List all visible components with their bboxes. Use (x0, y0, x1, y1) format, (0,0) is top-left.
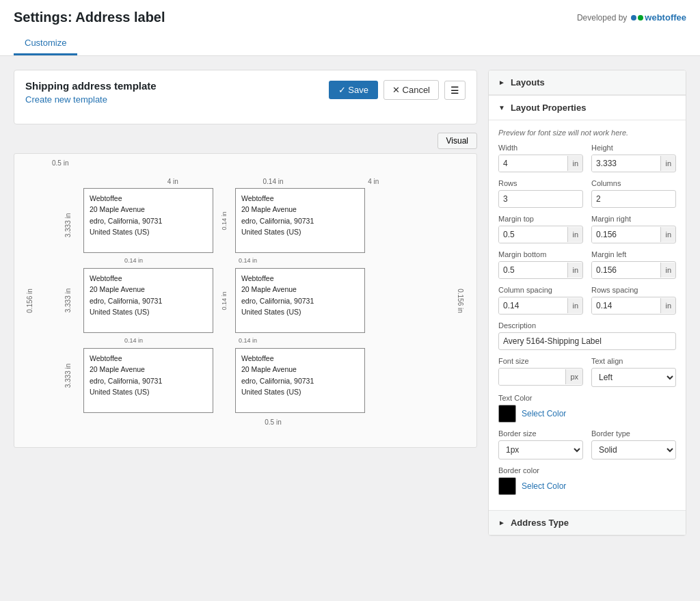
address-type-title: Address Type (511, 518, 569, 528)
width-field: Width in (498, 144, 583, 172)
text-color-container: Text Color Select Color (498, 394, 676, 423)
layout-props-title: Layout Properties (511, 103, 587, 113)
col-spacing-label: Column spacing (498, 286, 583, 294)
col-gap-1: 0.14 in (221, 211, 228, 230)
panel-card: ► Layouts ▼ Layout Properties Preview fo… (488, 70, 686, 536)
label-line2: 20 Maple Avenue (90, 204, 207, 215)
layouts-section: ► Layouts (489, 70, 686, 96)
row-gap-label-1: 0.14 in (124, 257, 143, 264)
height-unit: in (660, 156, 675, 171)
text-color-swatch[interactable] (498, 405, 516, 423)
border-type-select[interactable]: Solid Dashed Dotted None (591, 440, 676, 459)
developed-by-text: Developed by (577, 13, 627, 23)
border-size-field: Border size 1px 2px 3px (498, 429, 583, 459)
label-line1: Webtoffee (90, 193, 207, 204)
height-label-2: 3.333 in (65, 289, 72, 313)
font-size-input-wrap: px (498, 368, 583, 386)
tab-bar: Customize (14, 32, 686, 55)
margin-top-label: Margin top (498, 215, 583, 223)
margin-right-input[interactable] (592, 226, 660, 243)
address-type-header[interactable]: ► Address Type (489, 511, 686, 535)
meas-gap-top: 0.14 in (262, 178, 284, 185)
menu-button[interactable]: ☰ (444, 81, 466, 100)
col-spacing-input-wrap: in (498, 297, 583, 315)
margin-left-field: Margin left in (591, 250, 676, 279)
address-type-chevron: ► (498, 519, 505, 526)
margin-bottom-label: Margin bottom (498, 250, 583, 258)
rows-spacing-input[interactable] (592, 297, 660, 314)
border-color-swatch[interactable] (498, 477, 516, 495)
preview-note: Preview for font size will not work here… (498, 129, 676, 137)
width-label: Width (498, 144, 583, 152)
rows-input[interactable] (498, 190, 583, 208)
description-input[interactable] (498, 332, 676, 350)
label-line2: 20 Maple Avenue (241, 204, 359, 215)
label-line3: edro, California, 90731 (90, 215, 207, 226)
text-align-select[interactable]: Left Center Right (591, 368, 676, 387)
template-header: Shipping address template Create new tem… (25, 80, 157, 105)
row-gap-2: 0.14 in 0.14 in (83, 333, 463, 348)
layout-props-body: Preview for font size will not work here… (489, 120, 686, 510)
label-row-3: Webtoffee 20 Maple Avenue edro, Californ… (83, 348, 463, 413)
webtoffee-logo: webtoffee (631, 12, 686, 23)
grid-with-side-labels: 3.333 in 3.333 in 3.333 in Webtoffee 20 … (52, 188, 463, 413)
meas-left: 0.156 in (26, 289, 33, 313)
template-title: Shipping address template (25, 80, 157, 92)
margin-right-input-wrap: in (591, 226, 676, 243)
text-color-row: Select Color (498, 405, 676, 423)
margin-bottom-input[interactable] (499, 262, 567, 278)
preview-inner: 0.5 in 0.156 in 0.156 in 4 in 0.14 in 4 … (14, 154, 476, 447)
label-cell-3: Webtoffee 20 Maple Avenue edro, Californ… (83, 268, 213, 333)
description-label: Description (498, 321, 676, 330)
border-size-select[interactable]: 1px 2px 3px (498, 440, 583, 459)
margin-right-field: Margin right in (591, 215, 676, 243)
layouts-chevron: ► (498, 79, 505, 86)
font-size-label: Font size (498, 357, 583, 365)
text-color-select-link[interactable]: Select Color (522, 409, 566, 418)
layouts-section-header[interactable]: ► Layouts (489, 70, 686, 95)
cancel-button[interactable]: ✕ Cancel (383, 80, 439, 100)
height-label-1: 3.333 in (65, 213, 72, 238)
main-panel: Shipping address template Create new tem… (14, 70, 477, 575)
row-gap-1: 0.14 in 0.14 in (83, 253, 463, 268)
page-header: Settings: Address label Developed by web… (0, 0, 700, 56)
width-unit: in (567, 156, 582, 171)
margin-right-label: Margin right (591, 215, 676, 223)
label-cell-1: Webtoffee 20 Maple Avenue edro, Californ… (83, 188, 213, 253)
template-actions: ✓ Save ✕ Cancel ☰ (329, 80, 466, 100)
label-cell-4: Webtoffee 20 Maple Avenue edro, Californ… (235, 268, 365, 333)
font-size-field: Font size px (498, 357, 583, 387)
rows-spacing-field: Rows spacing in (591, 286, 676, 315)
width-input[interactable] (499, 155, 567, 172)
font-size-input[interactable] (499, 369, 565, 385)
layout-properties-section: ▼ Layout Properties Preview for font siz… (489, 96, 686, 511)
top-measurements: 4 in 0.14 in 4 in (52, 178, 463, 185)
label-line3: edro, California, 90731 (241, 215, 359, 226)
meas-col2-top: 4 in (284, 178, 463, 185)
border-row: Border size 1px 2px 3px Border type Soli… (498, 429, 676, 459)
border-type-field: Border type Solid Dashed Dotted None (591, 429, 676, 459)
developed-by: Developed by webtoffee (577, 12, 686, 23)
label-line4: United States (US) (90, 226, 207, 237)
cols-input[interactable] (591, 190, 676, 208)
border-color-select-link[interactable]: Select Color (522, 481, 566, 491)
margin-bottom-unit: in (567, 263, 582, 278)
visual-tab-button[interactable]: Visual (438, 133, 477, 149)
row-gap-label-1b: 0.14 in (239, 257, 257, 264)
layout-props-chevron: ▼ (498, 104, 505, 111)
label-line1: Webtoffee (241, 193, 359, 204)
margin-top-unit: in (567, 227, 582, 242)
height-input[interactable] (592, 155, 660, 172)
visual-tab-wrapper: Visual (14, 133, 477, 149)
border-color-container: Border color Select Color (498, 466, 676, 495)
meas-bottom-margin: 0.5 in (52, 418, 463, 426)
margin-top-input[interactable] (499, 226, 567, 243)
logo-dot-green (638, 15, 643, 21)
preview-container: 0.5 in 0.156 in 0.156 in 4 in 0.14 in 4 … (14, 153, 477, 448)
layout-props-header[interactable]: ▼ Layout Properties (489, 96, 686, 120)
tab-customize[interactable]: Customize (14, 32, 77, 55)
create-new-template-link[interactable]: Create new template (25, 94, 107, 105)
save-button[interactable]: ✓ Save (329, 81, 378, 99)
margin-left-input[interactable] (592, 262, 660, 278)
col-spacing-input[interactable] (499, 297, 567, 314)
